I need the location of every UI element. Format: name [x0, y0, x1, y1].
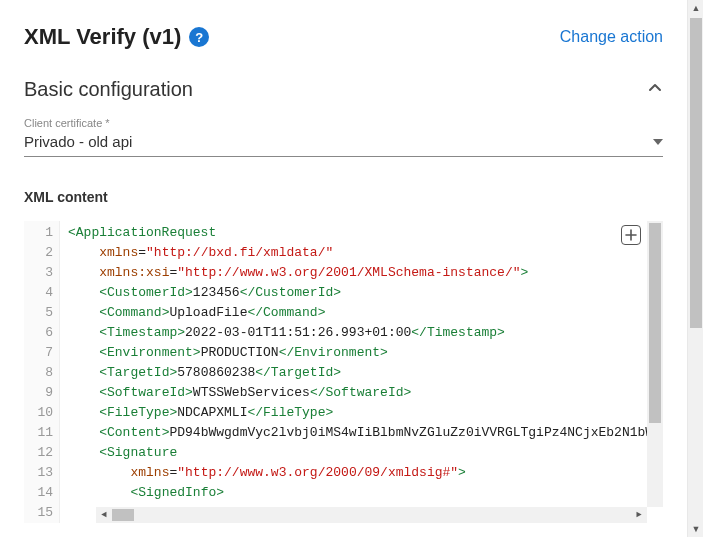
- line-number: 7: [24, 343, 53, 363]
- header-row: XML Verify (v1) ? Change action: [24, 24, 663, 50]
- page-vertical-scrollbar[interactable]: ▲ ▼: [687, 0, 703, 537]
- code-line[interactable]: <Environment>PRODUCTION</Environment>: [68, 343, 663, 363]
- line-number: 13: [24, 463, 53, 483]
- editor-body: 123456789101112131415 <ApplicationReques…: [24, 221, 663, 523]
- code-line[interactable]: <TargetId>5780860238</TargetId>: [68, 363, 663, 383]
- line-number: 1: [24, 223, 53, 243]
- code-line[interactable]: xmlns="http://www.w3.org/2000/09/xmldsig…: [68, 463, 663, 483]
- code-line[interactable]: <Content>PD94bWwgdmVyc2lvbj0iMS4wIiBlbmN…: [68, 423, 663, 443]
- code-line[interactable]: <Timestamp>2022-03-01T11:51:26.993+01:00…: [68, 323, 663, 343]
- client-certificate-value: Privado - old api: [24, 133, 132, 150]
- line-number: 5: [24, 303, 53, 323]
- scroll-up-icon[interactable]: ▲: [688, 0, 703, 16]
- code-area[interactable]: <ApplicationRequest xmlns="http://bxd.fi…: [60, 221, 663, 523]
- editor-gutter: 123456789101112131415: [24, 221, 60, 523]
- scroll-down-icon[interactable]: ▼: [688, 521, 703, 537]
- editor-vertical-scroll-thumb[interactable]: [649, 223, 661, 423]
- code-line[interactable]: xmlns:xsi="http://www.w3.org/2001/XMLSch…: [68, 263, 663, 283]
- page-title: XML Verify (v1): [24, 24, 181, 50]
- line-number: 11: [24, 423, 53, 443]
- editor-horizontal-scroll-thumb[interactable]: [112, 509, 134, 521]
- code-line[interactable]: <SoftwareId>WTSSWebServices</SoftwareId>: [68, 383, 663, 403]
- code-line[interactable]: <FileType>NDCAPXMLI</FileType>: [68, 403, 663, 423]
- chevron-down-icon: [653, 136, 663, 147]
- chevron-up-icon[interactable]: [647, 80, 663, 99]
- line-number: 2: [24, 243, 53, 263]
- help-icon[interactable]: ?: [189, 27, 209, 47]
- line-number: 3: [24, 263, 53, 283]
- line-number: 12: [24, 443, 53, 463]
- xml-editor: 123456789101112131415 <ApplicationReques…: [24, 221, 663, 523]
- scroll-left-icon[interactable]: ◄: [96, 507, 112, 523]
- client-certificate-label: Client certificate *: [24, 117, 663, 129]
- line-number: 9: [24, 383, 53, 403]
- editor-vertical-scrollbar[interactable]: [647, 221, 663, 507]
- line-number: 4: [24, 283, 53, 303]
- code-line[interactable]: <Signature: [68, 443, 663, 463]
- title-wrap: XML Verify (v1) ?: [24, 24, 209, 50]
- line-number: 6: [24, 323, 53, 343]
- line-number: 10: [24, 403, 53, 423]
- page-vertical-scroll-thumb[interactable]: [690, 18, 702, 328]
- code-line[interactable]: xmlns="http://bxd.fi/xmldata/": [68, 243, 663, 263]
- config-panel: XML Verify (v1) ? Change action Basic co…: [0, 0, 687, 537]
- code-line[interactable]: <CustomerId>123456</CustomerId>: [68, 283, 663, 303]
- code-line[interactable]: <SignedInfo>: [68, 483, 663, 503]
- change-action-link[interactable]: Change action: [560, 28, 663, 46]
- code-lines[interactable]: <ApplicationRequest xmlns="http://bxd.fi…: [60, 221, 663, 523]
- client-certificate-select[interactable]: Privado - old api: [24, 129, 663, 157]
- section-header[interactable]: Basic configuration: [24, 78, 663, 101]
- line-number: 15: [24, 503, 53, 523]
- line-number: 14: [24, 483, 53, 503]
- editor-horizontal-scrollbar[interactable]: ◄ ►: [96, 507, 647, 523]
- line-number: 8: [24, 363, 53, 383]
- expand-icon[interactable]: [621, 225, 641, 245]
- code-line[interactable]: <Command>UploadFile</Command>: [68, 303, 663, 323]
- code-line[interactable]: <ApplicationRequest: [68, 223, 663, 243]
- xml-content-label: XML content: [24, 189, 663, 205]
- section-title: Basic configuration: [24, 78, 193, 101]
- scroll-right-icon[interactable]: ►: [631, 507, 647, 523]
